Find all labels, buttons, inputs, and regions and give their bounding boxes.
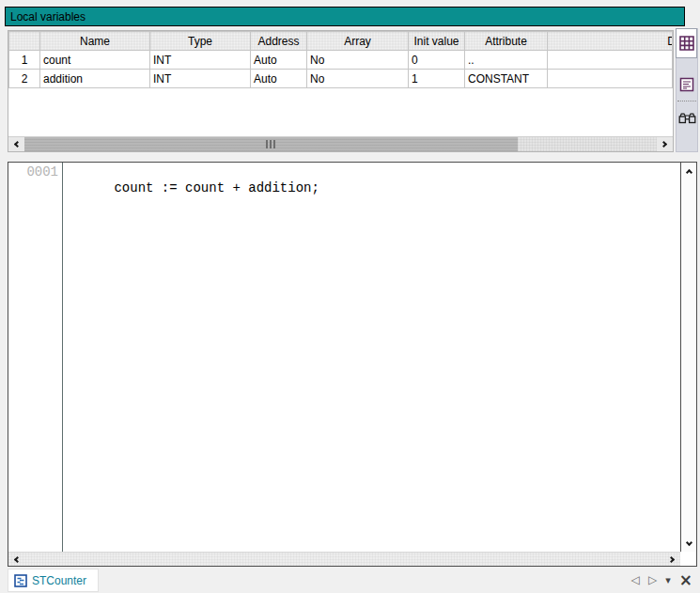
side-toolbar bbox=[676, 28, 698, 152]
col-header-init-value[interactable]: Init value bbox=[409, 32, 465, 51]
cell-name[interactable]: addition bbox=[40, 70, 150, 88]
table-empty-area bbox=[8, 89, 673, 136]
line-number-gutter: 0001 bbox=[8, 163, 63, 552]
cell-name[interactable]: count bbox=[40, 51, 150, 70]
toolbar-divider bbox=[677, 101, 696, 101]
variables-panel: Name Type Address Array Init value Attri… bbox=[8, 30, 674, 152]
find-button[interactable] bbox=[677, 104, 697, 133]
cell-type[interactable]: INT bbox=[150, 51, 251, 70]
cell-init-value[interactable]: 1 bbox=[409, 70, 465, 88]
variables-table: Name Type Address Array Init value Attri… bbox=[8, 31, 673, 88]
cell-attribute[interactable]: CONSTANT bbox=[465, 70, 548, 88]
grid-view-button[interactable] bbox=[676, 28, 697, 58]
scroll-up-button[interactable] bbox=[681, 164, 696, 178]
tab-bar: STCounter ◁ ▷ ▾ × bbox=[0, 569, 700, 593]
variables-hscrollbar[interactable] bbox=[8, 136, 673, 151]
cell-documentation[interactable] bbox=[548, 51, 673, 70]
document-icon bbox=[679, 77, 694, 92]
scroll-down-button[interactable] bbox=[681, 537, 696, 550]
close-tab-button[interactable]: × bbox=[679, 573, 692, 586]
editor-hscrollbar[interactable] bbox=[8, 552, 680, 566]
tab-label: STCounter bbox=[32, 574, 86, 587]
panel-title-bar[interactable]: Local variables bbox=[5, 7, 685, 26]
code-area[interactable]: count := count + addition; bbox=[65, 163, 680, 552]
col-header-array[interactable]: Array bbox=[307, 32, 409, 51]
cell-address[interactable]: Auto bbox=[251, 51, 307, 70]
next-tab-button[interactable]: ▷ bbox=[648, 573, 657, 586]
line-number: 0001 bbox=[8, 164, 62, 180]
chevron-right-icon bbox=[668, 555, 675, 562]
binoculars-icon bbox=[678, 113, 696, 124]
cell-init-value[interactable]: 0 bbox=[409, 51, 465, 70]
hscroll-track[interactable] bbox=[24, 137, 657, 151]
code-line: count := count + addition; bbox=[114, 180, 319, 195]
thumb-grip-icon bbox=[266, 140, 275, 148]
row-number[interactable]: 2 bbox=[9, 70, 40, 88]
cell-array[interactable]: No bbox=[307, 70, 409, 88]
scroll-left-button[interactable] bbox=[8, 553, 24, 566]
scroll-left-button[interactable] bbox=[8, 137, 24, 151]
col-header-address[interactable]: Address bbox=[251, 32, 307, 51]
corner-cell bbox=[9, 32, 40, 51]
st-code-editor: 0001 count := count + addition; bbox=[8, 162, 697, 567]
col-header-documentation[interactable]: D bbox=[548, 32, 673, 51]
tab-stcounter[interactable]: STCounter bbox=[8, 569, 99, 592]
panel-title: Local variables bbox=[10, 10, 86, 23]
table-header-row: Name Type Address Array Init value Attri… bbox=[9, 32, 673, 51]
cell-array[interactable]: No bbox=[307, 51, 409, 70]
row-number[interactable]: 1 bbox=[9, 51, 40, 70]
col-header-name[interactable]: Name bbox=[40, 32, 150, 51]
variable-row: 1 count INT Auto No 0 .. bbox=[9, 51, 673, 70]
editor-vscrollbar[interactable] bbox=[680, 163, 696, 552]
chevron-down-icon bbox=[685, 538, 692, 545]
chevron-up-icon bbox=[685, 168, 692, 175]
grid-icon bbox=[678, 35, 695, 52]
local-variables-window: Local variables Name Type Address Array … bbox=[0, 0, 700, 593]
cell-attribute[interactable]: .. bbox=[465, 51, 548, 70]
st-program-icon bbox=[14, 574, 27, 587]
cell-type[interactable]: INT bbox=[150, 70, 251, 88]
tab-navigation: ◁ ▷ ▾ × bbox=[631, 570, 692, 589]
col-header-type[interactable]: Type bbox=[150, 32, 251, 51]
cell-address[interactable]: Auto bbox=[251, 70, 307, 88]
chevron-right-icon bbox=[661, 141, 667, 148]
chevron-left-icon bbox=[14, 555, 21, 562]
chevron-left-icon bbox=[14, 141, 21, 148]
col-header-attribute[interactable]: Attribute bbox=[465, 32, 548, 51]
scroll-right-button[interactable] bbox=[657, 137, 673, 151]
document-view-button[interactable] bbox=[677, 70, 697, 99]
hscroll-thumb[interactable] bbox=[24, 137, 518, 151]
scroll-right-button[interactable] bbox=[664, 553, 680, 566]
cell-documentation[interactable] bbox=[548, 70, 673, 88]
variable-row: 2 addition INT Auto No 1 CONSTANT bbox=[9, 70, 673, 88]
prev-tab-button[interactable]: ◁ bbox=[631, 573, 640, 586]
tab-menu-button[interactable]: ▾ bbox=[665, 574, 671, 586]
